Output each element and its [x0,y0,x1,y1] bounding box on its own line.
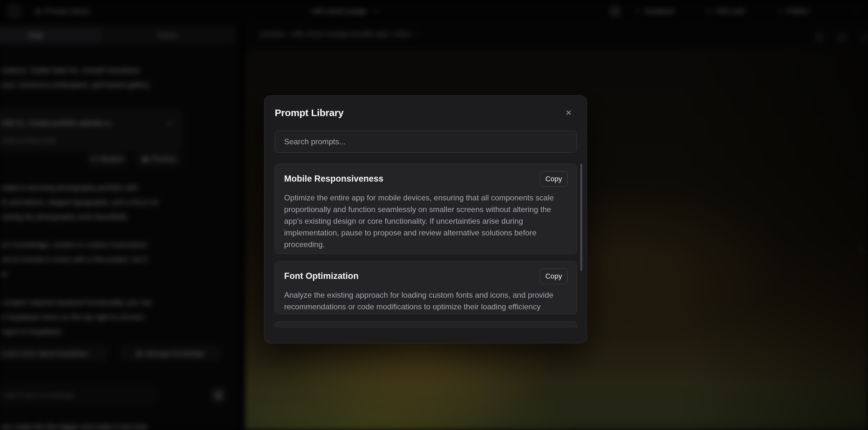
prompt-card-title: Mobile Responsiveness [284,171,383,184]
copy-button[interactable]: Copy [540,269,568,284]
prompt-card-description: Analyze the existing approach for loadin… [284,289,568,313]
prompt-card-description: Optimize the entire app for mobile devic… [284,192,568,250]
dialog-close-button[interactable]: × [563,107,575,118]
dialog-title: Prompt Library [275,108,343,118]
prompt-card-partial [275,321,577,328]
prompt-library-dialog: Prompt Library × Mobile Responsiveness C… [264,95,587,343]
app-root: ▤ Prompt Library wife-cloud-voyage ▾ ⚡ S… [0,0,868,430]
copy-button[interactable]: Copy [540,171,568,187]
search-input[interactable] [275,131,577,153]
modal-scrollbar[interactable] [580,164,582,271]
prompt-card: Mobile Responsiveness Copy Optimize the … [275,164,577,254]
prompt-list: Mobile Responsiveness Copy Optimize the … [275,164,577,328]
close-icon: × [566,107,572,118]
prompt-card-title: Font Optimization [284,269,359,281]
prompt-card: Font Optimization Copy Analyze the exist… [275,261,577,314]
